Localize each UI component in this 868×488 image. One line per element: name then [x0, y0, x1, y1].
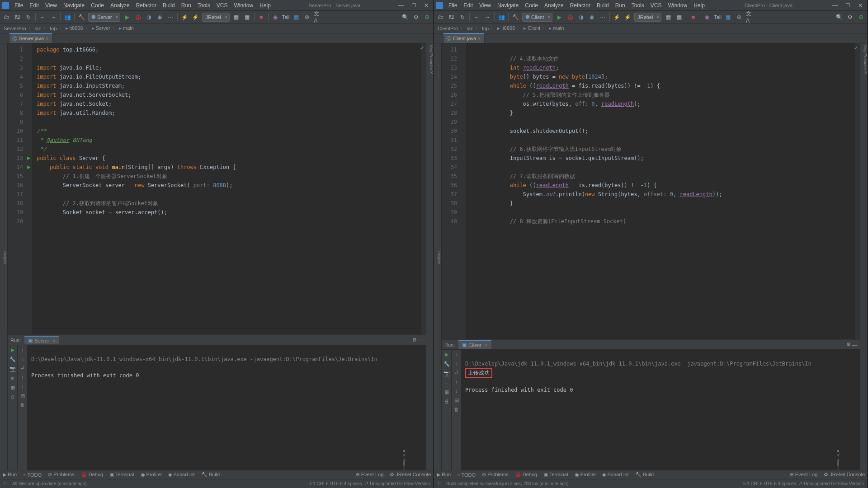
rerun-icon[interactable]: ▶: [445, 352, 448, 357]
bottom-tab[interactable]: 🔨 Build: [635, 472, 654, 478]
jrebel-badge-icon[interactable]: ♻: [423, 13, 431, 21]
run-gutter-icon[interactable]: ▶: [27, 155, 31, 160]
scroll-up-icon[interactable]: ↑: [455, 379, 458, 385]
vcs-status-icon[interactable]: ☐: [4, 481, 8, 486]
scroll-up-icon[interactable]: ↑: [21, 375, 24, 380]
jrebel-icon2[interactable]: ▦: [675, 13, 683, 21]
menu-build[interactable]: Build: [594, 1, 612, 9]
close-icon[interactable]: ✕: [855, 2, 866, 9]
back-icon[interactable]: ←: [38, 13, 47, 21]
menu-navigate[interactable]: Navigate: [495, 1, 521, 9]
bottom-tab[interactable]: ▣ Terminal: [543, 472, 568, 478]
jrebel-dropdown[interactable]: JRebel: [202, 13, 229, 22]
code-editor[interactable]: 2122232425262728293031323334353637383940…: [442, 43, 860, 339]
jrebel-dropdown[interactable]: JRebel: [634, 13, 661, 22]
align-icon[interactable]: ≡: [445, 380, 448, 385]
bottom-tab[interactable]: ◉ Profiler: [575, 472, 596, 478]
back-icon[interactable]: ←: [472, 13, 481, 21]
sync-icon[interactable]: ↻: [458, 13, 467, 21]
users-icon[interactable]: 👥: [63, 13, 71, 21]
jrebel-debug-icon[interactable]: ⚡: [191, 13, 199, 21]
breadcrumb-item[interactable]: ▸ it6666: [497, 25, 515, 31]
search-icon[interactable]: 🔍: [835, 13, 843, 21]
breadcrumb-item[interactable]: ServerPro: [4, 26, 26, 31]
menu-refactor[interactable]: Refactor: [567, 1, 593, 9]
run-console[interactable]: D:\Develop\Java\jdk-11.0.1_windows-x64_b…: [28, 345, 426, 470]
scroll-down-icon[interactable]: ↓: [455, 388, 458, 394]
minimize-icon[interactable]: —: [830, 2, 840, 9]
more-run-icon[interactable]: ⋯: [166, 13, 175, 21]
breadcrumb-item[interactable]: src: [35, 26, 42, 31]
profile-icon[interactable]: ◉: [156, 13, 164, 21]
vcs-status-icon[interactable]: ☐: [438, 481, 442, 486]
bottom-tab[interactable]: 🐞 Debug: [515, 472, 537, 478]
tail-app-icon[interactable]: ◉: [271, 13, 279, 21]
menu-help[interactable]: Help: [691, 1, 708, 9]
run-config-dropdown[interactable]: ⬢ Client: [522, 13, 552, 22]
hammer-icon[interactable]: 🔨: [77, 13, 85, 21]
tab-close-icon[interactable]: ×: [478, 36, 481, 41]
save-icon[interactable]: 🖫: [448, 13, 456, 21]
down-red-icon[interactable]: ↓: [455, 361, 458, 366]
bottom-tab[interactable]: ≡ TODO: [457, 472, 476, 478]
clear-icon[interactable]: 🗑: [20, 402, 25, 408]
run-icon[interactable]: ▶: [555, 13, 563, 21]
jrebel-badge-icon[interactable]: ♻: [857, 13, 865, 21]
bottom-tab[interactable]: 🐞 Debug: [81, 472, 103, 478]
code-editor[interactable]: 1234567891011121314151617181920 ▶▶ packa…: [8, 43, 426, 334]
clear-icon[interactable]: 🗑: [454, 407, 459, 412]
jrebel-icon1[interactable]: ▦: [232, 13, 241, 21]
menu-view[interactable]: View: [42, 1, 60, 9]
layout-icon[interactable]: ▦: [10, 385, 15, 390]
tail-icon2[interactable]: ⊘: [303, 13, 311, 21]
breadcrumb-item[interactable]: ▸ main: [549, 25, 564, 31]
menu-edit[interactable]: Edit: [27, 1, 42, 9]
jrebel-debug-icon[interactable]: ⚡: [623, 13, 632, 21]
bottom-tab[interactable]: ▣ Terminal: [109, 472, 134, 478]
project-tool[interactable]: Project: [437, 251, 441, 264]
project-tool[interactable]: Project: [3, 251, 7, 264]
menu-vcs[interactable]: VCS: [214, 1, 231, 9]
menu-vcs[interactable]: VCS: [648, 1, 665, 9]
menu-view[interactable]: View: [476, 1, 494, 9]
align-icon[interactable]: ≡: [11, 375, 14, 381]
bottom-tab[interactable]: ▶ Run: [437, 472, 451, 478]
menu-code[interactable]: Code: [522, 1, 541, 9]
editor-tab-client[interactable]: Ⓒ Client.java ×: [443, 33, 485, 43]
run-console[interactable]: D:\Develop\Java\jdk-11.0.1_windows-x64_b…: [462, 350, 860, 470]
run-tab[interactable]: ▣Client×: [458, 340, 491, 349]
bottom-tab[interactable]: ◉ Profiler: [141, 472, 162, 478]
settings-icon[interactable]: ⚙: [846, 13, 854, 21]
print-icon[interactable]: 🖨: [444, 399, 449, 404]
editor-tab-server[interactable]: Ⓒ Server.java ×: [9, 33, 52, 43]
jrebel-icon2[interactable]: ▦: [243, 13, 251, 21]
debug-icon[interactable]: 🐞: [566, 13, 574, 21]
layout-icon[interactable]: ▦: [444, 389, 449, 395]
menu-tools[interactable]: Tools: [195, 1, 213, 9]
forward-icon[interactable]: →: [49, 13, 57, 21]
maximize-icon[interactable]: ☐: [408, 2, 419, 9]
bottom-tab[interactable]: ≡ TODO: [23, 472, 42, 478]
stop-icon[interactable]: ■: [689, 13, 697, 21]
forward-icon[interactable]: →: [483, 13, 491, 21]
jrebel-run-icon[interactable]: ⚡: [613, 13, 621, 21]
code-content[interactable]: // 4.读取本地文件 int readLength; byte[] bytes…: [466, 43, 855, 339]
save-icon[interactable]: 🖫: [14, 13, 22, 21]
menu-tools[interactable]: Tools: [629, 1, 647, 9]
translate-icon[interactable]: 文A: [746, 13, 754, 21]
key-promoter-tool[interactable]: Key Promoter X: [429, 45, 434, 470]
leetcode-tool[interactable]: ● leetcode: [836, 449, 840, 470]
menu-file[interactable]: File: [12, 1, 26, 9]
code-content[interactable]: package top.it6666; import java.io.File;…: [32, 43, 421, 334]
run-config-dropdown[interactable]: ⬢ Server: [88, 13, 120, 22]
rerun-icon[interactable]: ▶: [11, 347, 14, 353]
wrap-icon[interactable]: ↲: [20, 365, 24, 371]
tail-icon1[interactable]: ▦: [724, 13, 732, 21]
menu-window[interactable]: Window: [231, 1, 256, 9]
bottom-tab[interactable]: 🔨 Build: [201, 472, 220, 478]
translate-icon[interactable]: 文A: [314, 13, 322, 21]
menu-refactor[interactable]: Refactor: [133, 1, 159, 9]
bottom-tab[interactable]: ⊘ Problems: [482, 472, 509, 478]
minimize-icon[interactable]: —: [396, 2, 406, 9]
menu-file[interactable]: File: [446, 1, 460, 9]
